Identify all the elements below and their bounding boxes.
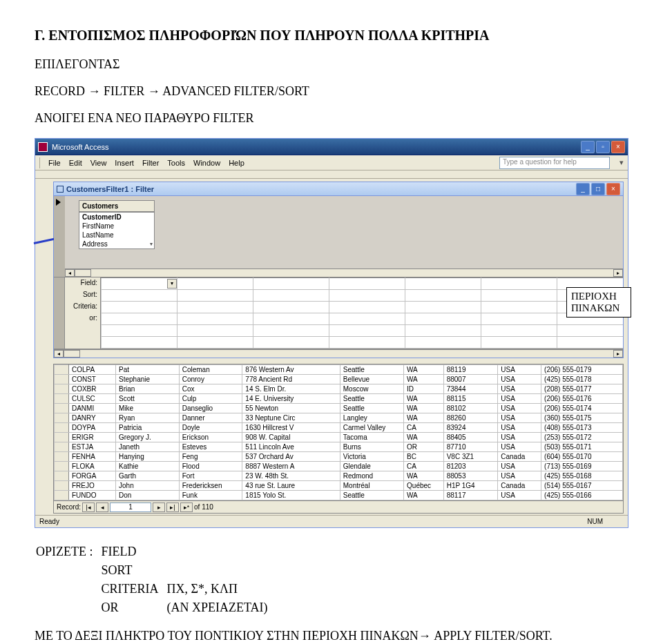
cell[interactable]: WA [404,433,444,442]
cell[interactable]: Seattle [340,491,403,500]
table-row[interactable]: DANRYRyanDanner33 Neptune CircLangleyWA8… [55,413,623,423]
cell[interactable]: (206) 555-0176 [541,394,623,404]
cell[interactable]: Patricia [116,423,180,433]
cell[interactable]: BC [404,452,444,462]
table-row[interactable]: CONSTStephanieConroy778 Ancient RdBellev… [55,375,623,384]
cell[interactable]: Seattle [340,394,403,404]
cell[interactable]: Feng [179,452,242,462]
cell[interactable]: 1630 Hillcrest V [242,423,340,433]
cell[interactable]: WA [404,365,444,375]
cell[interactable]: Don [116,491,180,500]
table-row[interactable]: FLOKAKathieFlood8887 Western AGlendaleCA… [55,462,623,471]
cell[interactable]: USA [498,462,541,471]
cell[interactable]: Burns [340,442,403,452]
cell[interactable]: WA [404,394,444,404]
first-record-button[interactable]: |◂ [82,502,95,512]
cell[interactable]: 876 Western Av [242,365,340,375]
cell[interactable]: Funk [179,491,242,500]
cell[interactable]: 14 E. University [242,394,340,404]
table-row[interactable]: COXBRBrianCox14 S. Elm Dr.MoscowID73844U… [55,384,623,394]
cell[interactable]: USA [498,433,541,442]
cell[interactable]: 511 Lincoln Ave [242,442,340,452]
record-number-input[interactable]: 1 [110,502,151,512]
scrollbar-thumb[interactable] [75,269,91,277]
scrollbar-thumb[interactable] [64,350,80,358]
cell[interactable]: USA [498,394,541,404]
cell[interactable]: (604) 555-0170 [541,452,623,462]
cell[interactable]: Redmond [340,471,403,481]
cell[interactable]: (206) 555-0174 [541,404,623,413]
cell[interactable]: 14 S. Elm Dr. [242,384,340,394]
cell[interactable]: Hanying [116,452,180,462]
menu-tools[interactable]: Tools [167,159,185,167]
table-row[interactable]: COLPAPatColeman876 Western AvSeattleWA88… [55,365,623,375]
cell[interactable]: WA [404,471,444,481]
cell[interactable]: USA [498,365,541,375]
chevron-down-icon[interactable]: ▾ [150,241,153,247]
close-button[interactable]: × [606,183,620,195]
field-item[interactable]: CustomerID [79,213,154,222]
scroll-left-button[interactable]: ◂ [65,269,75,277]
h-scrollbar[interactable]: ◂ ▸ [54,349,623,358]
menu-file[interactable]: File [48,159,61,167]
cell[interactable]: Seattle [340,365,403,375]
cell[interactable]: Coleman [179,365,242,375]
cell[interactable]: (425) 555-0166 [541,491,623,500]
cell[interactable]: Mike [116,404,180,413]
field-item[interactable]: Address [79,240,154,248]
cell[interactable]: Canada [498,452,541,462]
cell[interactable]: COLPA [68,365,115,375]
cell[interactable]: ID [404,384,444,394]
cell[interactable]: DANRY [68,413,115,423]
cell[interactable]: Ryan [116,413,180,423]
cell[interactable]: Fredericksen [179,481,242,491]
qbe-cells[interactable]: ▾ [101,277,623,349]
cell[interactable]: ERIGR [68,433,115,442]
cell[interactable]: (360) 555-0175 [541,413,623,423]
cell[interactable]: DOYPA [68,423,115,433]
cell[interactable]: USA [498,375,541,384]
table-row[interactable]: FORGAGarthFort23 W. 48th St.RedmondWA880… [55,471,623,481]
menu-window[interactable]: Window [193,159,220,167]
cell[interactable]: Montréal [340,481,403,491]
table-row[interactable]: FUNDODonFunk1815 Yolo St.SeattleWA88117U… [55,491,623,500]
maximize-button[interactable]: □ [591,183,605,195]
cell[interactable]: 88119 [443,365,498,375]
cell[interactable]: Pat [116,365,180,375]
field-list[interactable]: Customers CustomerID FirstName LastName … [79,200,155,249]
cell[interactable]: 88007 [443,375,498,384]
cell[interactable]: USA [498,413,541,423]
cell[interactable]: USA [498,442,541,452]
cell[interactable]: WA [404,491,444,500]
help-search-input[interactable]: Type a question for help [499,157,610,169]
cell[interactable]: (425) 555-0168 [541,471,623,481]
cell[interactable]: Canada [498,481,541,491]
cell[interactable]: 88053 [443,471,498,481]
cell[interactable]: 88260 [443,413,498,423]
cell[interactable]: Moscow [340,384,403,394]
menu-help[interactable]: Help [229,159,244,167]
cell[interactable]: (253) 555-0172 [541,433,623,442]
menu-filter[interactable]: Filter [142,159,159,167]
cell[interactable]: 88115 [443,394,498,404]
h-scrollbar[interactable]: ◂ ▸ [65,269,623,277]
cell[interactable]: USA [498,471,541,481]
cell[interactable]: CULSC [68,394,115,404]
cell[interactable]: 55 Newton [242,404,340,413]
scroll-right-button[interactable]: ▸ [613,269,623,277]
cell[interactable]: (503) 555-0171 [541,442,623,452]
cell[interactable]: 83924 [443,423,498,433]
cell[interactable]: 88405 [443,433,498,442]
cell[interactable]: Québec [404,481,444,491]
minimize-button[interactable]: _ [576,183,590,195]
cell[interactable]: (206) 555-0179 [541,365,623,375]
table-row[interactable]: CULSCScottCulp14 E. UniversitySeattleWA8… [55,394,623,404]
cell[interactable]: ESTJA [68,442,115,452]
cell[interactable]: Scott [116,394,180,404]
cell[interactable]: OR [404,442,444,452]
cell[interactable]: (208) 555-0177 [541,384,623,394]
cell[interactable]: DANMI [68,404,115,413]
cell[interactable]: Carmel Valley [340,423,403,433]
field-item[interactable]: LastName [79,231,154,240]
cell[interactable]: Victoria [340,452,403,462]
